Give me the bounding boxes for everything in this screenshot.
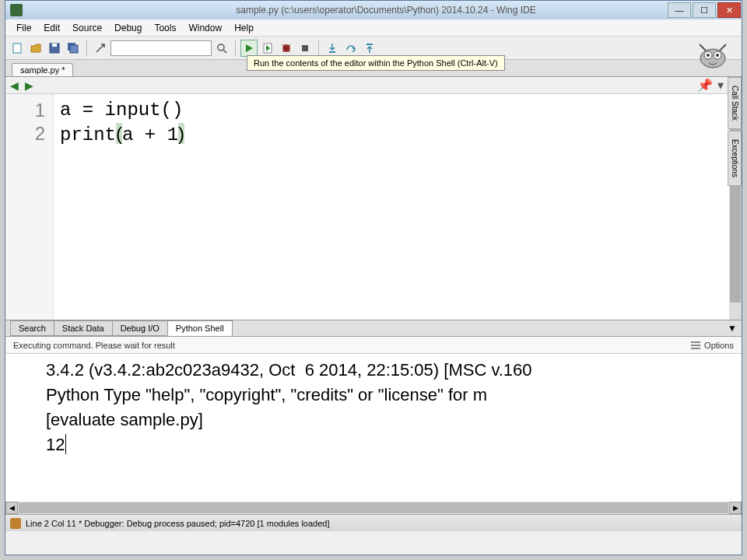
stop-button[interactable] [296, 40, 314, 57]
side-tabs: Call Stack Exceptions [728, 77, 742, 187]
panel-status-text: Executing command. Please wait for resul… [13, 341, 175, 350]
goto-button[interactable] [92, 40, 109, 57]
maximize-button[interactable]: ☐ [693, 2, 716, 18]
step-over-button[interactable] [342, 40, 359, 57]
tab-debug-io[interactable]: Debug I/O [112, 320, 168, 336]
svg-rect-21 [691, 348, 700, 349]
file-tab-sample[interactable]: sample.py * [12, 63, 73, 76]
tab-stack-data[interactable]: Stack Data [54, 320, 113, 336]
menu-tools[interactable]: Tools [148, 21, 182, 35]
tab-search[interactable]: Search [10, 320, 54, 336]
options-icon [690, 340, 701, 351]
panel-header: Executing command. Please wait for resul… [5, 337, 742, 354]
line-number: 2 [5, 122, 45, 145]
panel-tabs: Search Stack Data Debug I/O Python Shell… [5, 320, 742, 337]
editor-toolbar: ◀ ▶ 📌 ▾ ✕ [5, 77, 742, 94]
app-window: sample.py (c:\users\operator\Documents\P… [5, 0, 742, 555]
svg-rect-0 [13, 44, 21, 53]
search-input[interactable] [110, 40, 212, 56]
svg-rect-20 [691, 345, 700, 346]
app-icon [10, 4, 23, 16]
scroll-left-button[interactable]: ◀ [5, 502, 18, 514]
line-number: 1 [5, 99, 45, 122]
menu-help[interactable]: Help [228, 21, 260, 35]
nav-forward-button[interactable]: ▶ [23, 79, 35, 92]
options-button[interactable]: Options [690, 340, 734, 351]
menu-source[interactable]: Source [66, 21, 108, 35]
svg-rect-12 [329, 51, 335, 53]
shell-h-scrollbar[interactable]: ◀ ▶ [5, 502, 742, 514]
scroll-track[interactable] [19, 502, 728, 513]
svg-point-17 [707, 54, 710, 57]
pin-icon[interactable]: 📌 [697, 78, 713, 93]
svg-rect-2 [52, 44, 57, 47]
shell-line: 3.4.2 (v3.4.2:ab2c023a9432, Oct 6 2014, … [46, 360, 532, 380]
menubar: File Edit Source Debug Tools Window Help [5, 19, 742, 37]
search-button[interactable] [213, 40, 230, 57]
svg-point-18 [716, 54, 719, 57]
close-button[interactable]: ✕ [717, 2, 741, 18]
open-button[interactable] [27, 40, 44, 57]
menu-window[interactable]: Window [182, 21, 228, 35]
save-all-button[interactable] [65, 40, 82, 57]
run-button[interactable] [240, 40, 258, 57]
run-tooltip: Run the contents of the editor within th… [247, 55, 505, 71]
debug-button[interactable] [278, 40, 295, 57]
toolbar: Run the contents of the editor within th… [5, 37, 742, 60]
python-shell[interactable]: 3.4.2 (v3.4.2:ab2c023a9432, Oct 6 2014, … [5, 354, 742, 502]
svg-point-5 [218, 44, 224, 51]
text-cursor [65, 434, 66, 454]
menu-file[interactable]: File [10, 21, 37, 35]
status-text: Line 2 Col 11 * Debugger: Debug process … [26, 519, 329, 528]
svg-line-6 [223, 50, 226, 53]
status-icon [10, 518, 21, 529]
panel-menu-icon[interactable]: ▼ [728, 323, 737, 334]
svg-rect-13 [366, 44, 373, 45]
svg-rect-19 [691, 341, 700, 343]
side-tab-exceptions[interactable]: Exceptions [728, 131, 742, 186]
menu-debug[interactable]: Debug [108, 21, 148, 35]
nav-back-button[interactable]: ◀ [9, 79, 20, 92]
titlebar: sample.py (c:\users\operator\Documents\P… [5, 1, 742, 19]
scroll-right-button[interactable]: ▶ [729, 502, 742, 514]
menu-edit[interactable]: Edit [37, 21, 66, 35]
shell-line: [evaluate sample.py] [46, 410, 203, 429]
svg-rect-4 [70, 45, 78, 53]
titlebar-text: sample.py (c:\users\operator\Documents\P… [27, 5, 667, 16]
new-file-button[interactable] [9, 40, 26, 57]
step-out-button[interactable] [361, 40, 378, 57]
wing-logo [692, 38, 734, 72]
save-button[interactable] [46, 40, 63, 57]
step-into-button[interactable] [324, 40, 341, 57]
gutter: 1 2 [5, 94, 54, 320]
expand-icon[interactable]: ▾ [717, 78, 724, 93]
shell-line: Python Type "help", "copyright", "credit… [46, 385, 487, 404]
code-content[interactable]: a = input() print(a + 1) [54, 94, 742, 320]
side-tab-call-stack[interactable]: Call Stack [728, 77, 742, 129]
shell-line: 12 [46, 435, 66, 454]
tab-python-shell[interactable]: Python Shell [167, 320, 233, 336]
editor[interactable]: 1 2 a = input() print(a + 1) [5, 94, 742, 320]
debug-file-button[interactable] [259, 40, 276, 57]
svg-rect-11 [302, 45, 308, 51]
minimize-button[interactable]: — [668, 2, 691, 18]
statusbar: Line 2 Col 11 * Debugger: Debug process … [5, 514, 742, 531]
